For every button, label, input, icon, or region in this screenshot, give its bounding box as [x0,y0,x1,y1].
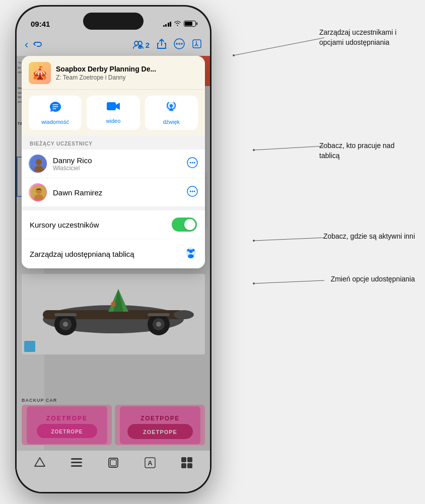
dawn-more-button[interactable] [187,186,198,199]
svg-line-65 [254,146,324,150]
video-label: wideo [106,118,121,124]
manage-label: Zarządzaj udostępnianą tablicą [30,250,185,258]
section-label: BIEŻĄCY UCZESTNICY [22,136,205,150]
cursors-toggle[interactable] [172,218,197,232]
svg-point-51 [187,249,190,252]
callout-container: Zarządzaj uczestnikami i opcjami udostęp… [219,0,425,504]
svg-point-70 [253,282,255,284]
message-label: wiadomość [41,119,69,125]
callout-4: Zmień opcje udostępniania [331,274,415,284]
svg-line-67 [254,238,324,241]
svg-point-31 [170,104,173,107]
audio-button[interactable]: dźwięk [145,96,198,130]
dawn-info: Dawn Ramirez [53,188,181,197]
phone-screen: 09:41 [17,7,210,492]
dawn-avatar [29,183,47,201]
participants-popup: 🎪 Soapbox Derby Planning De... Z: Team Z… [22,56,205,268]
popup-header-text: Soapbox Derby Planning De... Z: Team Zoe… [56,65,198,81]
video-button[interactable]: wideo [87,96,139,130]
callout-2-text: Zobacz, kto pracuje nad tablicą [319,141,415,161]
svg-point-39 [194,162,195,163]
callout-3: Zobacz, gdzie są aktywni inni [323,232,415,242]
svg-point-64 [233,54,235,56]
svg-line-69 [254,280,324,283]
danny-info: Danny Rico Właściciel [53,156,181,172]
svg-point-49 [188,254,194,258]
svg-point-44 [190,190,191,192]
callout-3-text: Zobacz, gdzie są aktywni inni [323,232,415,242]
participants-section: BIEŻĄCY UCZESTNICY Danny Rico Właściciel [22,136,205,268]
svg-point-66 [253,149,255,151]
svg-point-46 [194,190,195,192]
danny-more-button[interactable] [187,157,198,171]
svg-point-50 [192,249,195,252]
svg-line-63 [234,38,324,55]
svg-point-68 [253,240,255,242]
svg-point-48 [189,250,193,253]
dynamic-island [83,13,144,30]
callout-2-line [249,141,329,156]
cursors-label: Kursory uczestników [30,221,172,229]
manage-sharing-icon [185,246,197,261]
popup-header: 🎪 Soapbox Derby Planning De... Z: Team Z… [22,56,205,90]
svg-point-34 [36,159,42,165]
popup-avatar: 🎪 [29,62,51,84]
phone-frame: 09:41 [15,5,211,493]
svg-point-37 [190,162,191,163]
svg-rect-29 [107,102,116,110]
callout-3-line [249,232,329,247]
popup-subtitle: Z: Team Zoetrope i Danny [56,74,198,81]
callout-2: Zobacz, kto pracuje nad tablicą [319,141,415,161]
popup-avatar-emoji: 🎪 [32,65,48,81]
danny-avatar [29,155,47,173]
svg-point-38 [192,162,193,163]
callout-4-text: Zmień opcje udostępniania [331,274,415,284]
audio-label: dźwięk [163,119,180,125]
callout-1-line [219,28,329,58]
danny-name: Danny Rico [53,156,181,165]
dawn-name: Dawn Ramirez [53,188,181,197]
message-button[interactable]: wiadomość [29,96,82,130]
svg-point-45 [192,190,193,192]
manage-row[interactable]: Zarządzaj udostępnianą tablicą [22,239,205,268]
callout-4-line [249,274,329,290]
action-buttons-row: wiadomość wideo [22,90,205,136]
danny-role: Właściciel [53,165,181,172]
participant-row-danny[interactable]: Danny Rico Właściciel [22,150,205,178]
popup-title: Soapbox Derby Planning De... [56,65,198,73]
video-icon [106,101,120,115]
audio-icon [165,101,177,116]
participant-row-dawn[interactable]: Dawn Ramirez [22,178,205,206]
cursors-toggle-row[interactable]: Kursory uczestników [22,210,205,239]
callout-1-text: Zarządzaj uczestnikami i opcjami udostęp… [319,28,415,47]
message-icon [49,101,62,116]
callout-1: Zarządzaj uczestnikami i opcjami udostęp… [319,28,415,47]
